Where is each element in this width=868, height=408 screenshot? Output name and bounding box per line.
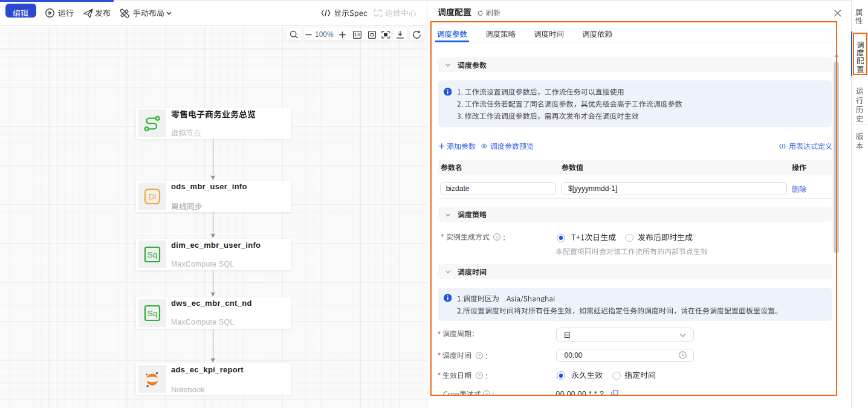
- svg-text:Sq: Sq: [147, 250, 157, 259]
- svg-text:Di: Di: [148, 192, 156, 201]
- svg-text:Sq: Sq: [147, 309, 157, 318]
- svg-text:1:1: 1:1: [354, 33, 360, 37]
